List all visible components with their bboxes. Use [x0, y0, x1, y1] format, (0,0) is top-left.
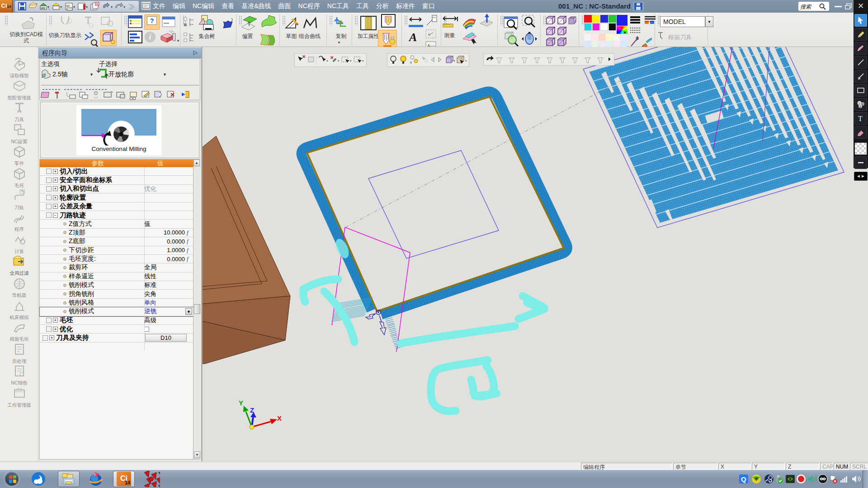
svg-text:T: T: [858, 115, 863, 122]
svg-text:▾: ▾: [338, 59, 340, 62]
svg-text:▾: ▾: [362, 59, 364, 62]
svg-text:▾: ▾: [465, 59, 467, 62]
svg-text:▾: ▾: [111, 5, 113, 9]
svg-text:x y: x y: [433, 16, 436, 19]
svg-text:Z: Z: [250, 406, 254, 414]
svg-text:X: X: [277, 414, 282, 422]
svg-text:✕: ✕: [302, 54, 306, 59]
svg-text:Y: Y: [239, 399, 243, 407]
svg-text:MM: MM: [41, 7, 45, 9]
svg-text:▾: ▾: [60, 5, 62, 9]
svg-text:▾: ▾: [453, 59, 455, 62]
svg-text:▾: ▾: [47, 5, 49, 9]
svg-text:DD: DD: [66, 5, 70, 7]
svg-text:▾: ▾: [123, 5, 125, 9]
svg-text:Q: Q: [741, 475, 746, 483]
svg-text:✕: ✕: [330, 55, 334, 60]
svg-text:▾: ▾: [350, 59, 352, 62]
svg-text:▾: ▾: [86, 5, 88, 9]
svg-text:▾: ▾: [73, 5, 75, 9]
svg-text:▾: ▾: [326, 59, 328, 62]
